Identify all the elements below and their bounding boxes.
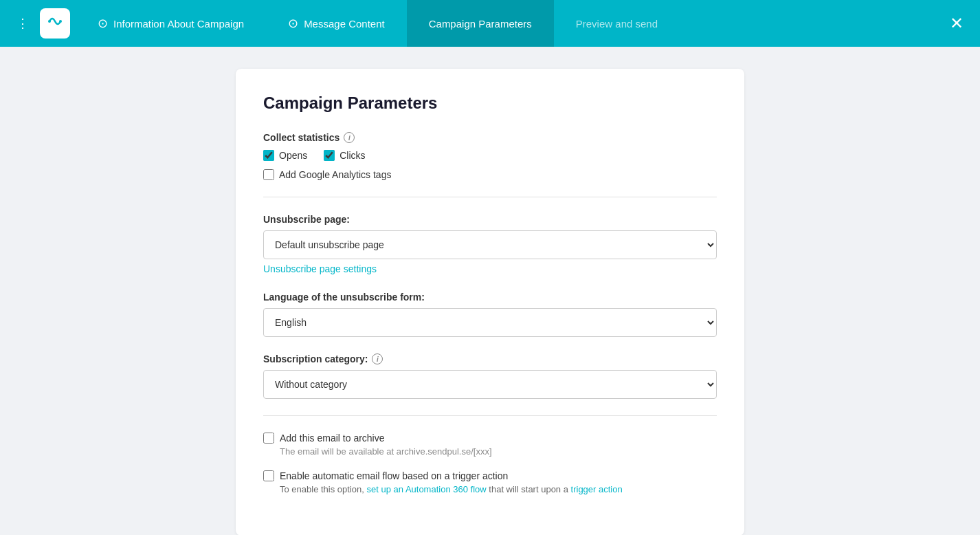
opens-checkbox-label[interactable]: Opens: [263, 150, 307, 161]
collect-statistics-section: Collect statistics i Opens Clicks Add G: [263, 132, 717, 180]
dots-menu-button[interactable]: ⋮: [11, 13, 34, 34]
google-analytics-text: Add Google Analytics tags: [279, 169, 391, 180]
nav-step-params[interactable]: Campaign Parameters: [407, 0, 554, 47]
automation-hint-prefix: To enable this option,: [280, 484, 364, 494]
unsubscribe-page-settings-link[interactable]: Unsubscribe page settings: [263, 263, 377, 274]
clicks-checkbox[interactable]: [324, 150, 335, 161]
google-analytics-label[interactable]: Add Google Analytics tags: [263, 169, 717, 180]
nav-step-info[interactable]: ⊙ Information About Campaign: [76, 0, 266, 47]
unsubscribe-page-section: Unsubscribe page: Default unsubscribe pa…: [263, 214, 717, 275]
nav-step-info-label: Information About Campaign: [113, 18, 244, 30]
language-select[interactable]: English: [263, 308, 717, 337]
automation-checkbox[interactable]: [263, 470, 274, 481]
subscription-category-select[interactable]: Without category: [263, 370, 717, 399]
check-icon-info: ⊙: [98, 16, 108, 31]
collect-statistics-info-icon[interactable]: i: [344, 132, 355, 143]
automation-hint: To enable this option, set up an Automat…: [280, 484, 717, 494]
language-label: Language of the unsubscribe form:: [263, 292, 717, 303]
divider-2: [263, 415, 717, 416]
subscription-category-section: Subscription category: i Without categor…: [263, 353, 717, 399]
divider-1: [263, 197, 717, 197]
opens-checkbox[interactable]: [263, 150, 274, 161]
automation-hint-middle: that will start upon a: [489, 484, 568, 494]
nav-step-content-label: Message Content: [304, 18, 385, 30]
archive-checkbox-label[interactable]: Add this email to archive: [263, 433, 717, 444]
logo-button[interactable]: [40, 8, 70, 39]
collect-statistics-label: Collect statistics i: [263, 132, 717, 143]
logo-icon: [47, 13, 63, 34]
clicks-label: Clicks: [339, 150, 365, 161]
google-analytics-checkbox[interactable]: [263, 169, 274, 180]
archive-checkbox[interactable]: [263, 433, 274, 444]
nav-steps: ⊙ Information About Campaign ⊙ Message C…: [76, 0, 944, 47]
subscription-category-info-icon[interactable]: i: [372, 353, 383, 364]
page-title: Campaign Parameters: [263, 94, 717, 113]
nav-step-content[interactable]: ⊙ Message Content: [266, 0, 407, 47]
opens-label: Opens: [279, 150, 307, 161]
archive-hint: The email will be available at archive.s…: [280, 446, 717, 457]
subscription-category-label: Subscription category: i: [263, 353, 717, 364]
unsubscribe-page-select[interactable]: Default unsubscribe page: [263, 230, 717, 259]
main-content: Campaign Parameters Collect statistics i…: [0, 47, 980, 535]
automation-section: Enable automatic email flow based on a t…: [263, 470, 717, 494]
nav-step-params-label: Campaign Parameters: [429, 18, 532, 30]
trigger-action-link[interactable]: trigger action: [571, 484, 623, 494]
nav-step-preview-label: Preview and send: [576, 18, 658, 30]
statistics-checkboxes: Opens Clicks: [263, 150, 717, 161]
archive-section: Add this email to archive The email will…: [263, 433, 717, 457]
archive-label-text: Add this email to archive: [280, 433, 385, 444]
top-navigation: ⋮ ⊙ Information About Campaign ⊙ Message…: [0, 0, 980, 47]
nav-step-preview[interactable]: Preview and send: [554, 0, 680, 47]
check-icon-content: ⊙: [288, 16, 298, 31]
svg-point-1: [59, 20, 62, 23]
unsubscribe-page-label: Unsubscribe page:: [263, 214, 717, 225]
form-card: Campaign Parameters Collect statistics i…: [236, 69, 744, 535]
language-section: Language of the unsubscribe form: Englis…: [263, 292, 717, 337]
automation-checkbox-label[interactable]: Enable automatic email flow based on a t…: [263, 470, 717, 481]
automation-label-text: Enable automatic email flow based on a t…: [280, 470, 508, 481]
clicks-checkbox-label[interactable]: Clicks: [324, 150, 365, 161]
automation-360-flow-link[interactable]: set up an Automation 360 flow: [367, 484, 487, 494]
close-button[interactable]: ✕: [944, 8, 969, 39]
svg-point-0: [48, 20, 51, 23]
